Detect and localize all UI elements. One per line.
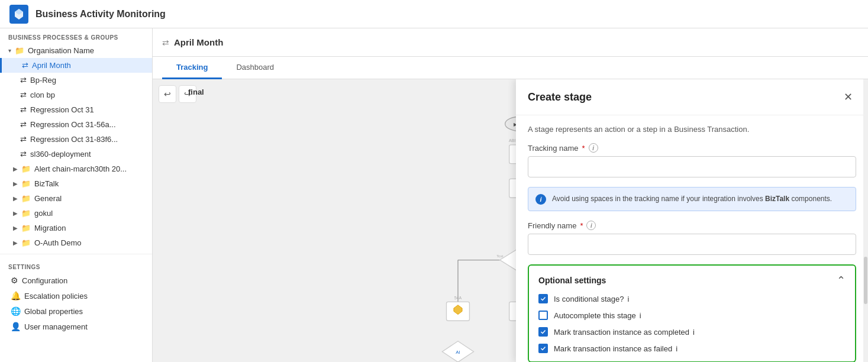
sidebar-item-label: April Month	[32, 61, 71, 70]
process-icon: ⇄	[20, 105, 27, 114]
sidebar-item-user-management[interactable]: 👤 User management	[0, 319, 152, 334]
collapse-icon[interactable]: ⌃	[837, 274, 846, 287]
sidebar-item-label: Regression Oct 31-83f6...	[30, 135, 118, 144]
user-icon: 👤	[11, 322, 21, 331]
sidebar-item-label: O-Auth Demo	[34, 238, 81, 247]
globe-icon: 🌐	[11, 306, 21, 316]
friendly-name-input[interactable]	[528, 234, 856, 255]
panel-subtitle: A stage represents an action or a step i…	[528, 125, 856, 134]
conditional-info-icon[interactable]: i	[628, 295, 630, 303]
folder-icon: 📁	[21, 238, 31, 247]
undo-button[interactable]: ↩	[159, 85, 176, 103]
sidebar-item-configuration[interactable]: ⚙ Configuration	[0, 273, 152, 288]
autocomplete-info-icon[interactable]: i	[640, 311, 641, 320]
sidebar: BUSINESS PROCESSES & GROUPS ▾ 📁 Organisa…	[0, 28, 153, 362]
alert-icon: 🔔	[11, 291, 21, 300]
folder-icon: 📁	[15, 46, 24, 55]
sidebar-item-bp-reg[interactable]: ⇄ Bp-Reg	[0, 73, 152, 88]
scrollbar-thumb	[864, 257, 867, 304]
sidebar-item-general[interactable]: ▶ 📁 General	[0, 191, 152, 206]
content-header: ⇄ April Month	[153, 28, 868, 57]
tabs-bar: Tracking Dashboard	[153, 57, 868, 79]
tab-dashboard[interactable]: Dashboard	[222, 57, 288, 79]
sidebar-item-label: gokul	[34, 209, 53, 218]
sidebar-item-migration[interactable]: ▶ 📁 Migration	[0, 221, 152, 235]
panel-scrollbar[interactable]	[863, 79, 868, 362]
checkbox-conditional[interactable]	[538, 294, 548, 303]
gear-icon: ⚙	[11, 276, 18, 285]
sidebar-org-label: Organisation Name	[28, 46, 94, 55]
panel-title: Create stage	[528, 91, 592, 104]
folder-icon: 📁	[21, 194, 31, 203]
diagram-area: ↩ ↪ final ▶ Start	[153, 79, 868, 362]
process-icon: ⇄	[20, 120, 27, 129]
sidebar-item-escalation[interactable]: 🔔 Escalation policies	[0, 288, 152, 303]
tracking-name-info-box: i Avoid using spaces in the tracking nam…	[528, 187, 856, 211]
sidebar-item-alert-chain[interactable]: ▶ 📁 Alert chain-march30th 20...	[0, 161, 152, 176]
sidebar-item-label: sl360-deployment	[30, 150, 91, 159]
checkbox-label-mark-completed: Mark transaction instance as completed i	[554, 328, 695, 337]
sidebar-section-settings: SETTINGS	[0, 258, 152, 273]
sidebar-item-biztalk[interactable]: ▶ 📁 BizTalk	[0, 176, 152, 191]
tracking-name-info-icon[interactable]: i	[589, 143, 598, 153]
mark-completed-info-icon[interactable]: i	[693, 328, 695, 337]
sidebar-item-label: Global properties	[24, 307, 83, 316]
friendly-name-group: Friendly name * i	[528, 221, 856, 255]
content-area: ⇄ April Month Tracking Dashboard ↩ ↪ fin…	[153, 28, 868, 362]
sidebar-item-label: User management	[24, 322, 88, 331]
optional-settings-header: Optional settings ⌃	[538, 274, 846, 287]
tracking-name-label: Tracking name * i	[528, 143, 856, 153]
info-box-text: Avoid using spaces in the tracking name …	[552, 193, 832, 204]
checkbox-row-mark-completed: Mark transaction instance as completed i	[538, 327, 846, 337]
mark-failed-info-icon[interactable]: i	[676, 344, 677, 353]
sidebar-item-label: Configuration	[22, 276, 67, 285]
required-marker: *	[580, 221, 583, 230]
checkbox-mark-failed[interactable]	[538, 344, 548, 353]
sidebar-item-gokul[interactable]: ▶ 📁 gokul	[0, 206, 152, 221]
checkbox-label-conditional: Is conditional stage? i	[554, 295, 629, 303]
optional-settings-box: Optional settings ⌃ Is conditional stage…	[528, 264, 856, 362]
sidebar-section-business: BUSINESS PROCESSES & GROUPS	[0, 28, 152, 43]
sidebar-item-regression-oct31-83[interactable]: ⇄ Regression Oct 31-83f6...	[0, 132, 152, 147]
app-title: Business Activity Monitoring	[36, 9, 166, 20]
optional-settings-title: Optional settings	[538, 276, 606, 285]
chevron-right-icon: ▶	[13, 180, 18, 187]
sidebar-tree: ▾ 📁 Organisation Name ⇄ April Month ⇄ Bp…	[0, 43, 152, 362]
panel-close-button[interactable]: ✕	[840, 89, 856, 105]
sidebar-item-sl360[interactable]: ⇄ sl360-deployment	[0, 147, 152, 161]
tracking-name-group: Tracking name * i	[528, 143, 856, 177]
sidebar-item-global-properties[interactable]: 🌐 Global properties	[0, 303, 152, 319]
checkbox-autocomplete[interactable]	[538, 311, 548, 320]
svg-text:54A: 54A	[454, 296, 462, 300]
sidebar-item-oauth[interactable]: ▶ 📁 O-Auth Demo	[0, 235, 152, 250]
panel-body: A stage represents an action or a step i…	[516, 115, 868, 362]
tracking-name-input[interactable]	[528, 156, 856, 177]
sidebar-item-label: Escalation policies	[24, 292, 88, 300]
app-logo	[9, 5, 28, 24]
sidebar-item-clon-bp[interactable]: ⇄ clon bp	[0, 88, 152, 102]
checkbox-row-mark-failed: Mark transaction instance as failed i	[538, 344, 846, 353]
sidebar-item-label: BizTalk	[34, 179, 59, 188]
process-icon: ⇄	[20, 135, 27, 144]
folder-icon: 📁	[21, 209, 31, 218]
checkbox-row-autocomplete: Autocomplete this stage i	[538, 311, 846, 320]
checkbox-row-conditional: Is conditional stage? i	[538, 294, 846, 303]
sidebar-item-label: Bp-Reg	[30, 76, 56, 85]
tab-tracking[interactable]: Tracking	[162, 57, 222, 79]
sidebar-item-org[interactable]: ▾ 📁 Organisation Name	[0, 43, 152, 58]
sidebar-item-label: Migration	[34, 224, 66, 232]
svg-text:Tcxt: Tcxt	[496, 254, 503, 258]
folder-icon: 📁	[21, 224, 31, 232]
sidebar-item-regression-oct31[interactable]: ⇄ Regression Oct 31	[0, 102, 152, 117]
sidebar-item-regression-oct31-56[interactable]: ⇄ Regression Oct 31-56a...	[0, 117, 152, 132]
sidebar-item-label: Regression Oct 31-56a...	[30, 120, 116, 129]
info-box-icon: i	[535, 194, 546, 205]
sidebar-item-april-month[interactable]: ⇄ April Month	[0, 58, 152, 73]
chevron-right-icon: ▶	[13, 225, 18, 231]
checkbox-mark-completed[interactable]	[538, 327, 548, 337]
chevron-right-icon: ▶	[13, 195, 18, 202]
sync-icon: ⇄	[162, 38, 169, 47]
create-stage-panel: Create stage ✕ A stage represents an act…	[516, 79, 868, 362]
page-title: April Month	[174, 37, 223, 47]
friendly-name-info-icon[interactable]: i	[586, 221, 596, 230]
